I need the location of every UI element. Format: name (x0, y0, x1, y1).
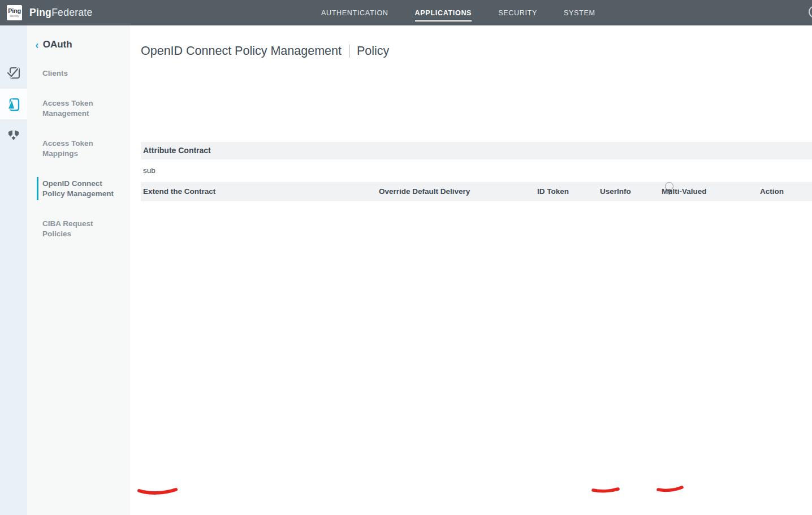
main-content: OpenID Connect Policy Management Policy … (130, 25, 812, 515)
top-nav-item[interactable]: APPLICATIONS (415, 9, 472, 17)
sidebar-item[interactable]: CIBA Request Policies (27, 219, 130, 239)
header-id-token: ID Token (537, 182, 569, 201)
app-title-light: Federate (51, 7, 92, 19)
sidebar-section-title: OAuth (43, 39, 72, 50)
applications-icon[interactable] (6, 97, 21, 112)
sidebar-items: ClientsAccess Token ManagementAccess Tok… (27, 68, 130, 259)
page-title: OpenID Connect Policy Management Policy (141, 44, 389, 58)
ping-identity-logo[interactable]: Ping Identity (7, 5, 22, 20)
sidebar-back-oauth[interactable]: ‹ OAuth (35, 39, 72, 50)
top-nav-menu: AUTHENTICATIONAPPLICATIONSSECURITYSYSTEM (321, 0, 595, 25)
top-nav-item[interactable]: AUTHENTICATION (321, 9, 388, 17)
header-userinfo: UserInfo (600, 182, 631, 201)
app-title-bold: Ping (29, 7, 51, 19)
top-nav-item[interactable]: SECURITY (498, 9, 537, 17)
sidebar-item[interactable]: Access Token Management (27, 98, 130, 119)
top-nav-item[interactable]: SYSTEM (564, 9, 595, 17)
page-title-main: OpenID Connect Policy Management (141, 44, 342, 58)
top-navbar: Ping Identity PingFederate AUTHENTICATIO… (0, 0, 812, 25)
multi-valued-help-icon[interactable]: ? (665, 182, 673, 191)
logo-subtext: Identity (10, 14, 19, 18)
sidebar-item[interactable]: OpenID Connect Policy Management (27, 179, 130, 199)
attribute-contract-header: Attribute Contract (141, 142, 812, 159)
core-attribute-sub: sub (141, 159, 812, 182)
sidebar-item[interactable]: Clients (27, 68, 130, 79)
page-title-sub: Policy (357, 44, 389, 58)
header-action: Action (760, 182, 784, 201)
table-header-row: Extend the Contract Override Default Del… (141, 182, 812, 201)
header-override-delivery: Override Default Delivery (379, 182, 470, 201)
authentication-check-icon[interactable] (6, 66, 21, 80)
oauth-sidebar: ‹ OAuth ClientsAccess Token ManagementAc… (27, 25, 130, 515)
chevron-left-icon: ‹ (36, 39, 38, 50)
sidebar-item[interactable]: Access Token Mappings (27, 139, 130, 159)
header-extend-contract: Extend the Contract (143, 182, 215, 201)
app-title: PingFederate (29, 0, 93, 25)
module-icon-rail (0, 25, 27, 515)
security-flags-icon[interactable] (6, 128, 21, 142)
help-icon[interactable] (809, 6, 812, 18)
logo-text: Ping (8, 8, 21, 14)
title-separator (349, 45, 349, 58)
